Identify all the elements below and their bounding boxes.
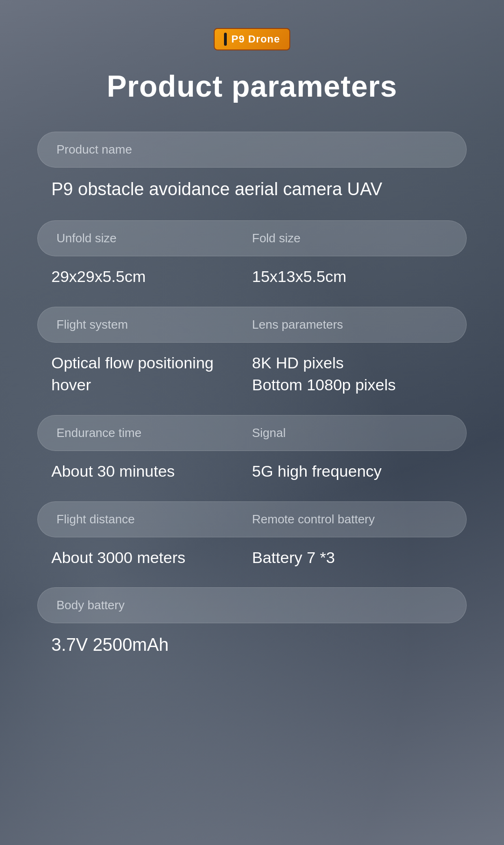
badge-bar — [224, 33, 227, 46]
param-value-unfold: 29x29x5.5cm — [51, 266, 252, 288]
param-value-endurance: About 30 minutes — [51, 460, 252, 483]
param-label-fold: Fold size — [252, 231, 448, 246]
param-label-lens: Lens parameters — [252, 317, 448, 332]
param-row-flight-lens: Flight system Lens parameters Optical fl… — [37, 307, 467, 410]
param-row-product-name: Product name P9 obstacle avoidance aeria… — [37, 132, 467, 216]
param-values-endurance-signal: About 30 minutes 5G high frequency — [37, 460, 467, 497]
param-row-size: Unfold size Fold size 29x29x5.5cm 15x13x… — [37, 220, 467, 302]
param-value-signal: 5G high frequency — [252, 460, 453, 483]
params-container: Product name P9 obstacle avoidance aeria… — [37, 132, 467, 676]
param-label-product-name: Product name — [56, 142, 448, 157]
param-values-body-battery: 3.7V 2500mAh — [37, 633, 467, 671]
param-header-body-battery: Body battery — [37, 587, 467, 623]
param-values-flight-lens: Optical flow positioning hover 8K HD pix… — [37, 352, 467, 410]
param-header-size: Unfold size Fold size — [37, 220, 467, 256]
page-title: Product parameters — [107, 69, 398, 104]
param-label-unfold: Unfold size — [56, 231, 252, 246]
product-badge: P9 Drone — [214, 28, 291, 50]
param-header-flight-battery: Flight distance Remote control battery — [37, 501, 467, 537]
param-label-flight-distance: Flight distance — [56, 512, 252, 527]
badge-label: P9 Drone — [231, 33, 280, 45]
param-header-flight-lens: Flight system Lens parameters — [37, 307, 467, 343]
param-value-lens: 8K HD pixels Bottom 1080p pixels — [252, 352, 453, 396]
param-row-body-battery: Body battery 3.7V 2500mAh — [37, 587, 467, 671]
param-row-endurance-signal: Endurance time Signal About 30 minutes 5… — [37, 415, 467, 497]
param-value-fold: 15x13x5.5cm — [252, 266, 453, 288]
param-values-product-name: P9 obstacle avoidance aerial camera UAV — [37, 177, 467, 216]
param-label-body-battery: Body battery — [56, 598, 448, 613]
param-label-flight-system: Flight system — [56, 317, 252, 332]
param-value-flight-system: Optical flow positioning hover — [51, 352, 252, 396]
param-label-remote-battery: Remote control battery — [252, 512, 448, 527]
param-values-flight-battery: About 3000 meters Battery 7 *3 — [37, 547, 467, 583]
param-value-flight-distance: About 3000 meters — [51, 547, 252, 569]
param-label-signal: Signal — [252, 426, 448, 440]
param-header-product-name: Product name — [37, 132, 467, 168]
param-value-remote-battery: Battery 7 *3 — [252, 547, 453, 569]
param-row-flight-battery: Flight distance Remote control battery A… — [37, 501, 467, 583]
param-values-size: 29x29x5.5cm 15x13x5.5cm — [37, 266, 467, 302]
param-value-body-battery: 3.7V 2500mAh — [51, 633, 453, 657]
param-label-endurance: Endurance time — [56, 426, 252, 440]
param-header-endurance-signal: Endurance time Signal — [37, 415, 467, 451]
param-value-product-name: P9 obstacle avoidance aerial camera UAV — [51, 177, 453, 202]
